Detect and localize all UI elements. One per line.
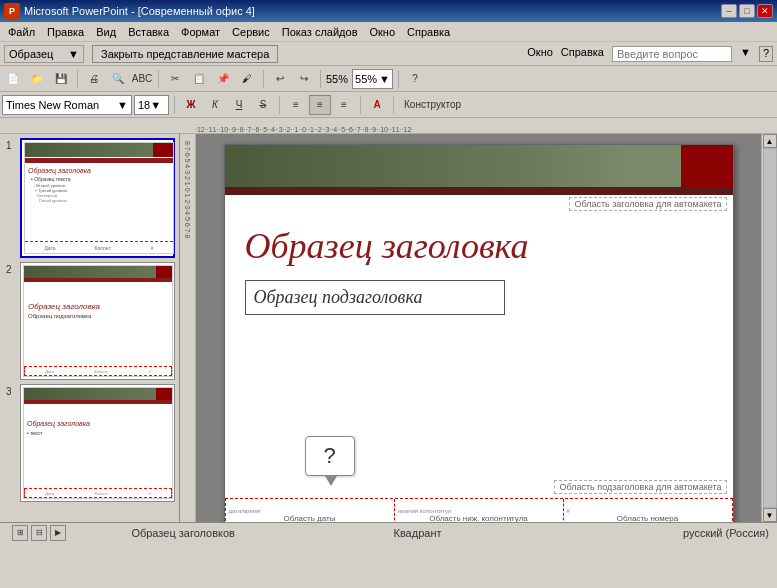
strikethrough-button[interactable]: S	[252, 95, 274, 115]
separator-2	[158, 70, 159, 88]
menu-format[interactable]: Формат	[175, 24, 226, 40]
slide-question-arrow	[325, 476, 337, 486]
thumb-2-header	[24, 266, 172, 278]
italic-button[interactable]: К	[204, 95, 226, 115]
obrazec-dropdown[interactable]: Образец ▼	[4, 45, 84, 63]
menu-edit[interactable]: Правка	[41, 24, 90, 40]
search-input[interactable]	[612, 46, 732, 62]
save-button[interactable]: 💾	[50, 69, 72, 89]
copy-button[interactable]: 📋	[188, 69, 210, 89]
format-painter-button[interactable]: 🖌	[236, 69, 258, 89]
align-center-button[interactable]: ≡	[309, 95, 331, 115]
question-mark: ?	[323, 443, 335, 469]
redo-button[interactable]: ↪	[293, 69, 315, 89]
thumb-3-footer-num: #	[149, 491, 151, 496]
thumb-3-footer: Дата Колонт. #	[24, 488, 172, 498]
font-dropdown-arrow-icon: ▼	[117, 99, 128, 111]
thumb-1-footer-date: Дата	[44, 245, 55, 251]
menu-window[interactable]: Окно	[364, 24, 402, 40]
help-icon[interactable]: ?	[759, 46, 773, 62]
minimize-button[interactable]: –	[721, 4, 737, 18]
help-button[interactable]: ?	[404, 69, 426, 89]
font-size-dropdown[interactable]: 18 ▼	[134, 95, 169, 115]
font-size-value: 18	[138, 99, 150, 111]
separator-fmt-1	[174, 96, 175, 114]
vertical-scrollbar[interactable]: ▲ ▼	[761, 134, 777, 522]
align-right-button[interactable]: ≡	[333, 95, 355, 115]
menu-slideshow[interactable]: Показ слайдов	[276, 24, 364, 40]
slide-thumb-1-container: 1 Образец заголовка • Образец текста – В…	[20, 138, 175, 258]
footer-num-label: #	[564, 508, 570, 514]
close-button[interactable]: ✕	[757, 4, 773, 18]
menu-view[interactable]: Вид	[90, 24, 122, 40]
size-arrow-icon: ▼	[150, 99, 161, 111]
scroll-down-button[interactable]: ▼	[763, 508, 777, 522]
slide-thumb-2-container: 2 Образец заголовка Образец подзаголовка…	[20, 262, 175, 380]
underline-button[interactable]: Ч	[228, 95, 250, 115]
thumb-1-title: Образец заголовка	[25, 163, 173, 175]
slide-subtitle-text: Образец подзаголовка	[254, 287, 423, 307]
new-button[interactable]: 📄	[2, 69, 24, 89]
ruler-content: ·12··11··10··9··8··7··6··5··4··3··2··1··…	[195, 119, 413, 133]
spravka-label[interactable]: Справка	[561, 46, 604, 62]
zoom-dropdown[interactable]: 55% ▼	[352, 69, 393, 89]
menu-insert[interactable]: Вставка	[122, 24, 175, 40]
thumb-2-footer-num: #	[149, 369, 151, 374]
slide-question-box: ?	[305, 436, 355, 476]
menu-tools[interactable]: Сервис	[226, 24, 276, 40]
obrazec-bar: Образец ▼ Закрыть представление мастера …	[0, 42, 777, 66]
slide-thumb-3-container: 3 Образец заголовка • текст Дата Колонт.…	[20, 384, 175, 502]
slide-thumb-2[interactable]: Образец заголовка Образец подзаголовка Д…	[20, 262, 175, 380]
slide-main-title[interactable]: Образец заголовка	[245, 225, 713, 268]
okno-label[interactable]: Окно	[527, 46, 553, 62]
footer-date-area: Область даты	[284, 514, 336, 522]
thumb-3-text: • текст	[24, 429, 172, 437]
separator-3	[263, 70, 264, 88]
menu-help[interactable]: Справка	[401, 24, 456, 40]
slide-thumb-1[interactable]: Образец заголовка • Образец текста – Вто…	[20, 138, 175, 258]
slide-subtitle-box[interactable]: Образец подзаголовка	[245, 280, 505, 315]
open-button[interactable]: 📁	[26, 69, 48, 89]
canvas-area[interactable]: Область заголовка для автомакета Образец…	[196, 134, 761, 522]
scroll-up-button[interactable]: ▲	[763, 134, 777, 148]
status-lang: русский (Россия)	[535, 527, 769, 539]
normal-view-button[interactable]: ⊞	[12, 525, 28, 541]
slideshow-button[interactable]: ▶	[50, 525, 66, 541]
search-dropdown-icon[interactable]: ▼	[740, 46, 751, 62]
slide-header-accent	[681, 145, 733, 187]
slide-header-design	[225, 145, 733, 187]
menu-file[interactable]: Файл	[2, 24, 41, 40]
font-color-button[interactable]: A	[366, 95, 388, 115]
thumb-2-title: Образец заголовка	[24, 282, 172, 313]
toolbar-standard: 📄 📁 💾 🖨 🔍 ABC ✂ 📋 📌 🖌 ↩ ↪ 55% 55% ▼ ?	[0, 66, 777, 92]
thumb-3-footer-mid: Колонт.	[94, 491, 108, 496]
title-bar: P Microsoft PowerPoint - [Современный оф…	[0, 0, 777, 22]
separator-fmt-3	[360, 96, 361, 114]
bold-button[interactable]: Ж	[180, 95, 202, 115]
thumb-2-accent	[156, 266, 172, 278]
footer-num-section: # Область номера	[564, 499, 732, 522]
preview-button[interactable]: 🔍	[107, 69, 129, 89]
separator-4	[320, 70, 321, 88]
zoom-value: 55%	[355, 73, 377, 85]
slide-footer-bar: дата/время Область даты нижний колонтиту…	[225, 498, 733, 522]
slide-thumb-3[interactable]: Образец заголовка • текст Дата Колонт. #	[20, 384, 175, 502]
scroll-track[interactable]	[763, 148, 777, 508]
toolbar-formatting: Times New Roman ▼ 18 ▼ Ж К Ч S ≡ ≡ ≡ A К…	[0, 92, 777, 118]
cut-button[interactable]: ✂	[164, 69, 186, 89]
sorter-view-button[interactable]: ⊟	[31, 525, 47, 541]
design-button[interactable]: Конструктор	[399, 95, 466, 115]
print-button[interactable]: 🖨	[83, 69, 105, 89]
view-icons: ⊞ ⊟ ▶	[12, 525, 66, 541]
close-master-button[interactable]: Закрыть представление мастера	[92, 45, 278, 63]
horizontal-ruler: ·12··11··10··9··8··7··6··5··4··3··2··1··…	[0, 118, 777, 134]
footer-footer-area: Область ниж. колонтитула	[429, 514, 528, 522]
spellcheck-button[interactable]: ABC	[131, 69, 153, 89]
undo-button[interactable]: ↩	[269, 69, 291, 89]
font-family-dropdown[interactable]: Times New Roman ▼	[2, 95, 132, 115]
paste-button[interactable]: 📌	[212, 69, 234, 89]
align-left-button[interactable]: ≡	[285, 95, 307, 115]
main-slide[interactable]: Область заголовка для автомакета Образец…	[224, 144, 734, 522]
vertical-ruler: 8·7·6·5·4·3·2·1·0·1·2·3·4·5·6·7·8	[180, 134, 196, 522]
maximize-button[interactable]: □	[739, 4, 755, 18]
